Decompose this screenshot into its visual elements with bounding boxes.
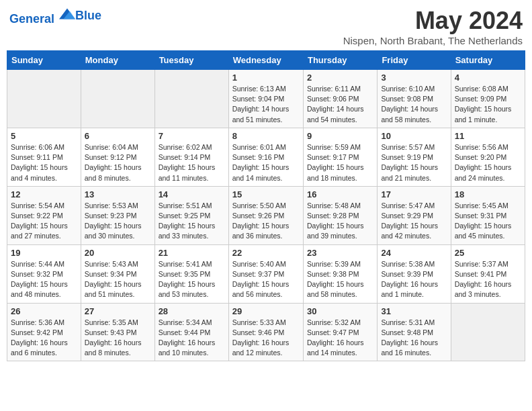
calendar-cell: 27Sunrise: 5:35 AM Sunset: 9:43 PM Dayli… [81, 303, 154, 361]
calendar-cell: 8Sunrise: 6:01 AM Sunset: 9:16 PM Daylig… [228, 128, 303, 186]
day-info: Sunrise: 5:35 AM Sunset: 9:43 PM Dayligh… [85, 318, 151, 359]
title-area: May 2024 Nispen, North Brabant, The Neth… [343, 7, 523, 46]
logo-icon [59, 7, 75, 23]
day-info: Sunrise: 5:54 AM Sunset: 9:22 PM Dayligh… [11, 201, 77, 242]
calendar-cell: 6Sunrise: 6:04 AM Sunset: 9:12 PM Daylig… [81, 128, 154, 186]
calendar-body: 1Sunrise: 6:13 AM Sunset: 9:04 PM Daylig… [7, 70, 525, 361]
calendar-cell: 28Sunrise: 5:34 AM Sunset: 9:44 PM Dayli… [154, 303, 228, 361]
day-info: Sunrise: 6:06 AM Sunset: 9:11 PM Dayligh… [11, 142, 77, 183]
subtitle: Nispen, North Brabant, The Netherlands [343, 35, 523, 46]
day-number: 12 [11, 189, 77, 199]
day-number: 18 [455, 189, 521, 199]
day-number: 10 [381, 131, 447, 141]
day-info: Sunrise: 5:47 AM Sunset: 9:29 PM Dayligh… [381, 201, 447, 242]
calendar-cell: 22Sunrise: 5:40 AM Sunset: 9:37 PM Dayli… [228, 244, 303, 303]
day-number: 25 [455, 248, 521, 258]
logo-blue-text: Blue [75, 9, 101, 23]
calendar-cell: 5Sunrise: 6:06 AM Sunset: 9:11 PM Daylig… [7, 128, 81, 186]
calendar-cell: 10Sunrise: 5:57 AM Sunset: 9:19 PM Dayli… [378, 128, 451, 186]
day-info: Sunrise: 5:39 AM Sunset: 9:38 PM Dayligh… [307, 259, 373, 300]
day-number: 21 [159, 248, 225, 258]
calendar-cell [451, 303, 525, 361]
calendar-cell: 18Sunrise: 5:45 AM Sunset: 9:31 PM Dayli… [451, 186, 525, 244]
day-number: 2 [307, 73, 373, 83]
calendar-cell: 26Sunrise: 5:36 AM Sunset: 9:42 PM Dayli… [7, 303, 81, 361]
calendar-week-5: 26Sunrise: 5:36 AM Sunset: 9:42 PM Dayli… [7, 303, 525, 361]
day-info: Sunrise: 6:10 AM Sunset: 9:08 PM Dayligh… [381, 84, 447, 125]
day-header-friday: Friday [378, 51, 451, 70]
day-info: Sunrise: 5:36 AM Sunset: 9:42 PM Dayligh… [11, 318, 77, 359]
day-number: 27 [85, 306, 151, 316]
day-info: Sunrise: 6:08 AM Sunset: 9:09 PM Dayligh… [455, 84, 521, 125]
day-info: Sunrise: 6:02 AM Sunset: 9:14 PM Dayligh… [159, 142, 225, 183]
day-info: Sunrise: 6:13 AM Sunset: 9:04 PM Dayligh… [232, 84, 300, 125]
calendar-cell: 4Sunrise: 6:08 AM Sunset: 9:09 PM Daylig… [451, 70, 525, 128]
day-header-monday: Monday [81, 51, 154, 70]
page-header: General Blue May 2024 Nispen, North Brab… [7, 7, 525, 46]
day-number: 31 [381, 306, 447, 316]
logo-text: General [9, 7, 75, 26]
calendar-cell: 13Sunrise: 5:53 AM Sunset: 9:23 PM Dayli… [81, 186, 154, 244]
calendar-cell: 14Sunrise: 5:51 AM Sunset: 9:25 PM Dayli… [154, 186, 228, 244]
day-info: Sunrise: 6:04 AM Sunset: 9:12 PM Dayligh… [85, 142, 151, 183]
calendar-cell: 17Sunrise: 5:47 AM Sunset: 9:29 PM Dayli… [378, 186, 451, 244]
day-number: 6 [85, 131, 151, 141]
day-number: 23 [307, 248, 373, 258]
calendar-cell: 7Sunrise: 6:02 AM Sunset: 9:14 PM Daylig… [154, 128, 228, 186]
calendar-cell: 30Sunrise: 5:32 AM Sunset: 9:47 PM Dayli… [303, 303, 377, 361]
calendar-cell: 1Sunrise: 6:13 AM Sunset: 9:04 PM Daylig… [228, 70, 303, 128]
day-info: Sunrise: 5:41 AM Sunset: 9:35 PM Dayligh… [159, 259, 225, 300]
calendar-cell: 9Sunrise: 5:59 AM Sunset: 9:17 PM Daylig… [303, 128, 377, 186]
day-number: 29 [232, 306, 300, 316]
month-title: May 2024 [343, 7, 523, 35]
calendar-week-4: 19Sunrise: 5:44 AM Sunset: 9:32 PM Dayli… [7, 244, 525, 303]
day-info: Sunrise: 6:01 AM Sunset: 9:16 PM Dayligh… [232, 142, 300, 183]
calendar-week-3: 12Sunrise: 5:54 AM Sunset: 9:22 PM Dayli… [7, 186, 525, 244]
calendar-cell [154, 70, 228, 128]
calendar-cell: 11Sunrise: 5:56 AM Sunset: 9:20 PM Dayli… [451, 128, 525, 186]
day-header-tuesday: Tuesday [154, 51, 228, 70]
day-info: Sunrise: 5:37 AM Sunset: 9:41 PM Dayligh… [455, 259, 521, 300]
day-info: Sunrise: 5:34 AM Sunset: 9:44 PM Dayligh… [159, 318, 225, 359]
day-info: Sunrise: 6:11 AM Sunset: 9:06 PM Dayligh… [307, 84, 373, 125]
logo: General Blue [9, 7, 101, 26]
day-number: 17 [381, 189, 447, 199]
day-info: Sunrise: 5:32 AM Sunset: 9:47 PM Dayligh… [307, 318, 373, 359]
day-number: 30 [307, 306, 373, 316]
calendar-cell: 2Sunrise: 6:11 AM Sunset: 9:06 PM Daylig… [303, 70, 377, 128]
day-number: 28 [159, 306, 225, 316]
calendar-cell: 12Sunrise: 5:54 AM Sunset: 9:22 PM Dayli… [7, 186, 81, 244]
day-number: 15 [232, 189, 300, 199]
day-number: 16 [307, 189, 373, 199]
day-number: 5 [11, 131, 77, 141]
day-number: 26 [11, 306, 77, 316]
calendar-week-1: 1Sunrise: 6:13 AM Sunset: 9:04 PM Daylig… [7, 70, 525, 128]
calendar-cell: 29Sunrise: 5:33 AM Sunset: 9:46 PM Dayli… [228, 303, 303, 361]
day-number: 19 [11, 248, 77, 258]
day-info: Sunrise: 5:48 AM Sunset: 9:28 PM Dayligh… [307, 201, 373, 242]
day-number: 7 [159, 131, 225, 141]
calendar-week-2: 5Sunrise: 6:06 AM Sunset: 9:11 PM Daylig… [7, 128, 525, 186]
day-info: Sunrise: 5:44 AM Sunset: 9:32 PM Dayligh… [11, 259, 77, 300]
calendar-cell [81, 70, 154, 128]
calendar-cell: 3Sunrise: 6:10 AM Sunset: 9:08 PM Daylig… [378, 70, 451, 128]
day-info: Sunrise: 5:59 AM Sunset: 9:17 PM Dayligh… [307, 142, 373, 183]
calendar-header-row: SundayMondayTuesdayWednesdayThursdayFrid… [7, 51, 525, 70]
day-number: 11 [455, 131, 521, 141]
calendar-cell: 16Sunrise: 5:48 AM Sunset: 9:28 PM Dayli… [303, 186, 377, 244]
day-number: 9 [307, 131, 373, 141]
day-number: 20 [85, 248, 151, 258]
day-header-sunday: Sunday [7, 51, 81, 70]
day-info: Sunrise: 5:50 AM Sunset: 9:26 PM Dayligh… [232, 201, 300, 242]
day-header-thursday: Thursday [303, 51, 377, 70]
day-number: 22 [232, 248, 300, 258]
day-info: Sunrise: 5:56 AM Sunset: 9:20 PM Dayligh… [455, 142, 521, 183]
day-number: 8 [232, 131, 300, 141]
calendar-cell: 25Sunrise: 5:37 AM Sunset: 9:41 PM Dayli… [451, 244, 525, 303]
day-number: 1 [232, 73, 300, 83]
day-number: 24 [381, 248, 447, 258]
calendar-cell: 31Sunrise: 5:31 AM Sunset: 9:48 PM Dayli… [378, 303, 451, 361]
day-info: Sunrise: 5:31 AM Sunset: 9:48 PM Dayligh… [381, 318, 447, 359]
day-info: Sunrise: 5:33 AM Sunset: 9:46 PM Dayligh… [232, 318, 300, 359]
day-number: 13 [85, 189, 151, 199]
